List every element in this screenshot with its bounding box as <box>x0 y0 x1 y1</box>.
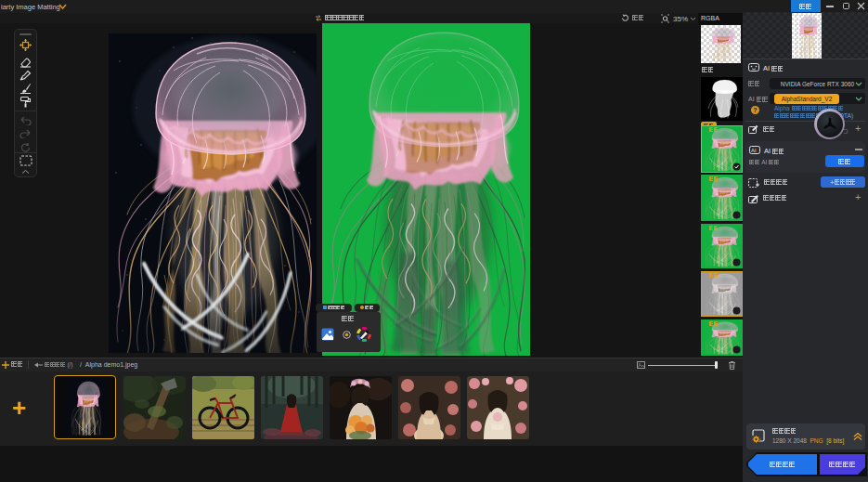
svg-text:AI: AI <box>751 148 757 153</box>
